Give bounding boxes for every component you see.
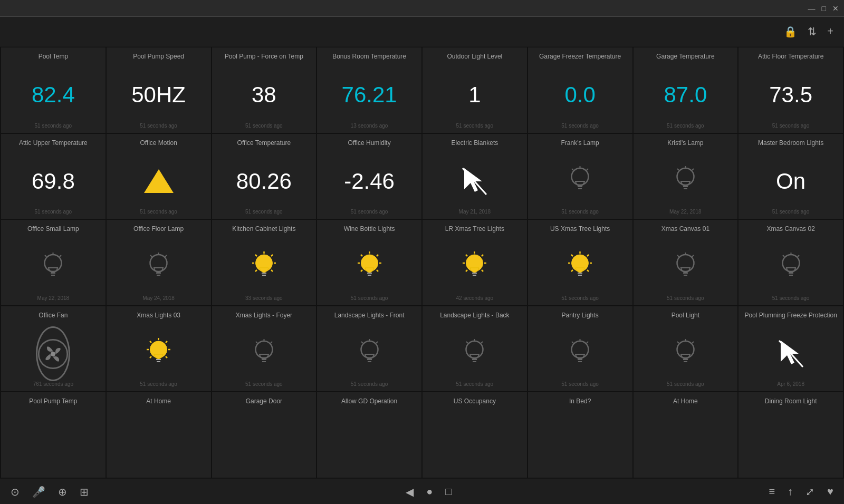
- tile-25[interactable]: Xmas Lights 03 51 seconds ago: [107, 306, 211, 392]
- wifi-icon-9: [143, 154, 175, 209]
- tile-name-33: At Home: [146, 398, 171, 412]
- recent-icon[interactable]: □: [445, 486, 452, 498]
- back-icon[interactable]: ◀: [406, 486, 414, 498]
- tile-39[interactable]: Dining Room Light: [738, 392, 843, 478]
- lamp-off-icon-28: [459, 326, 491, 382]
- tile-time-7: 51 seconds ago: [772, 123, 810, 129]
- tile-17[interactable]: Office Floor Lamp May 24, 2018: [107, 220, 211, 305]
- tile-name-8: Attic Upper Temperature: [19, 139, 88, 154]
- cursor-off-icon-12: [460, 154, 489, 209]
- tile-0[interactable]: Pool Temp82.451 seconds ago: [1, 47, 106, 133]
- tile-name-21: US Xmas Tree Lights: [550, 225, 610, 240]
- menu-icon[interactable]: ≡: [769, 486, 775, 498]
- tile-28[interactable]: Landscape Lights - Back 51 seconds ago: [423, 306, 527, 392]
- tile-23[interactable]: Xmas Canvas 02 51 seconds ago: [738, 220, 843, 305]
- lamp-off-icon-29: [564, 326, 596, 382]
- tile-time-9: 51 seconds ago: [140, 209, 177, 215]
- tile-time-11: 51 seconds ago: [351, 209, 388, 215]
- tile-2[interactable]: Pool Pump - Force on Temp3851 seconds ag…: [212, 47, 316, 133]
- tile-grid: Pool Temp82.451 seconds agoPool Pump Spe…: [0, 46, 844, 479]
- header-icons[interactable]: 🔒 ⇅ +: [784, 25, 833, 38]
- tile-name-27: Landscape Lights - Front: [334, 312, 405, 326]
- svg-line-119: [677, 342, 679, 343]
- tile-32[interactable]: Pool Pump Temp: [1, 392, 106, 478]
- tile-19[interactable]: Wine Bottle Lights 51 seconds ago: [317, 220, 421, 305]
- svg-line-86: [166, 341, 167, 343]
- tile-38[interactable]: At Home: [634, 392, 738, 478]
- svg-line-102: [376, 342, 378, 343]
- svg-point-9: [677, 168, 694, 185]
- location-icon[interactable]: ⊕: [58, 486, 67, 498]
- tile-name-24: Office Fan: [39, 312, 68, 326]
- tile-time-18: 33 seconds ago: [245, 295, 283, 301]
- tile-5[interactable]: Garage Freezer Temperature0.051 seconds …: [528, 47, 632, 133]
- lamp-off-icon-22: [669, 240, 701, 295]
- tile-value-8: 69.8: [32, 154, 75, 209]
- tile-3[interactable]: Bonus Room Temperature76.2113 seconds ag…: [317, 47, 421, 133]
- tile-value-0: 82.4: [32, 67, 75, 123]
- sort-icon[interactable]: ⇅: [808, 25, 817, 38]
- tile-name-30: Pool Light: [672, 312, 699, 326]
- tile-value-4: 1: [468, 67, 481, 123]
- bottom-bar-left[interactable]: ⊙ 🎤 ⊕ ⊞: [11, 486, 89, 498]
- svg-point-109: [572, 341, 589, 358]
- svg-line-61: [571, 255, 573, 256]
- lamp-on-icon-20: [459, 240, 491, 295]
- add-icon[interactable]: +: [827, 25, 833, 38]
- tile-12[interactable]: Electric Blankets May 21, 2018: [423, 134, 527, 219]
- tile-value-1: 50HZ: [131, 67, 186, 123]
- mic-off-icon[interactable]: 🎤: [32, 486, 45, 498]
- tile-8[interactable]: Attic Upper Temperature69.851 seconds ag…: [1, 134, 106, 219]
- tile-29[interactable]: Pantry Lights 51 seconds ago: [528, 306, 632, 392]
- bottom-bar-center[interactable]: ◀ ● □: [406, 486, 452, 498]
- tile-4[interactable]: Outdoor Light Level151 seconds ago: [423, 47, 527, 133]
- minimize-button[interactable]: —: [808, 4, 816, 13]
- lamp-on-icon-18: [248, 240, 280, 295]
- bottom-bar-right[interactable]: ≡ ↑ ⤢ ♥: [769, 486, 833, 498]
- home-icon[interactable]: ●: [426, 486, 433, 498]
- expand-icon[interactable]: ⤢: [805, 486, 814, 498]
- tile-31[interactable]: Pool Plumning Freeze Protection Apr 6, 2…: [738, 306, 843, 392]
- tile-18[interactable]: Kitchen Cabinet Lights 33 seconds ago: [212, 220, 316, 305]
- tile-34[interactable]: Garage Door: [212, 392, 316, 478]
- svg-line-62: [587, 255, 589, 256]
- tile-9[interactable]: Office Motion 51 seconds ago: [107, 134, 211, 219]
- tile-21[interactable]: US Xmas Tree Lights 51 seconds ago: [528, 220, 632, 305]
- tile-37[interactable]: In Bed?: [528, 392, 632, 478]
- tile-27[interactable]: Landscape Lights - Front 51 seconds ago: [317, 306, 421, 392]
- titlebar-controls[interactable]: — □ ✕: [808, 4, 839, 13]
- tile-time-16: May 22, 2018: [37, 295, 70, 301]
- tile-11[interactable]: Office Humidity-2.4651 seconds ago: [317, 134, 421, 219]
- tile-15[interactable]: Master Bedroom LightsOn51 seconds ago: [738, 134, 843, 219]
- close-button[interactable]: ✕: [832, 4, 839, 13]
- tile-time-17: May 24, 2018: [142, 295, 175, 301]
- svg-line-55: [466, 270, 467, 272]
- tile-13[interactable]: Frank's Lamp 51 seconds ago: [528, 134, 632, 219]
- tile-10[interactable]: Office Temperature80.2651 seconds ago: [212, 134, 316, 219]
- tile-20[interactable]: LR Xmas Tree Lights 42 seconds ago: [423, 220, 527, 305]
- tile-name-29: Pantry Lights: [562, 312, 599, 326]
- tile-6[interactable]: Garage Temperature87.051 seconds ago: [634, 47, 738, 133]
- tile-14[interactable]: Kristi's Lamp May 22, 2018: [634, 134, 738, 219]
- tile-36[interactable]: US Occupancy: [423, 392, 527, 478]
- tile-35[interactable]: Allow GD Operation: [317, 392, 421, 478]
- tile-24[interactable]: Office Fan 761 seconds ago: [1, 306, 106, 392]
- tile-16[interactable]: Office Small Lamp May 22, 2018: [1, 220, 106, 305]
- heart-icon[interactable]: ♥: [827, 486, 833, 498]
- tile-26[interactable]: Xmas Lights - Foyer 51 seconds ago: [212, 306, 316, 392]
- lock-icon[interactable]: 🔒: [784, 25, 797, 38]
- maximize-button[interactable]: □: [822, 4, 826, 13]
- tile-7[interactable]: Attic Floor Temperature73.551 seconds ag…: [738, 47, 843, 133]
- tile-1[interactable]: Pool Pump Speed50HZ51 seconds ago: [107, 47, 211, 133]
- share-icon[interactable]: ↑: [788, 486, 793, 498]
- tile-value-10: 80.26: [236, 154, 292, 209]
- svg-point-3: [572, 168, 589, 185]
- cursor-off-icon-31: [776, 326, 805, 382]
- tile-22[interactable]: Xmas Canvas 01 51 seconds ago: [634, 220, 738, 305]
- circle-icon[interactable]: ⊙: [11, 486, 20, 498]
- tile-name-31: Pool Plumning Freeze Protection: [744, 312, 837, 326]
- grid-icon[interactable]: ⊞: [80, 486, 89, 498]
- tile-30[interactable]: Pool Light 51 seconds ago: [634, 306, 738, 392]
- tile-time-14: May 22, 2018: [669, 209, 702, 215]
- tile-33[interactable]: At Home: [107, 392, 211, 478]
